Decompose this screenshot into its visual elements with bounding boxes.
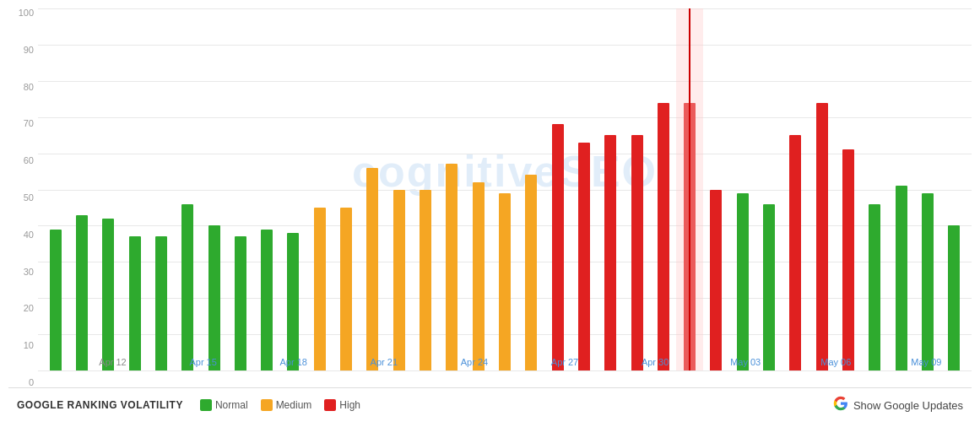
bar-green <box>181 204 193 370</box>
bar-red <box>578 143 590 370</box>
bar-group <box>42 8 68 370</box>
y-label-50: 50 <box>24 193 34 203</box>
bars-area <box>38 8 972 370</box>
bar-group <box>175 8 201 370</box>
bar-red <box>710 190 722 371</box>
bar-group <box>518 8 544 370</box>
legend-item-medium: Medium <box>261 399 312 411</box>
bar-red <box>789 135 801 370</box>
bar-group <box>306 8 333 370</box>
legend-item-normal: Normal <box>200 399 248 411</box>
bar-group <box>650 8 676 370</box>
y-label-100: 100 <box>19 8 34 18</box>
legend-label-medium: Medium <box>276 399 312 411</box>
bar-group <box>254 8 280 370</box>
bar-orange <box>340 208 352 370</box>
bar-green <box>261 230 273 370</box>
y-axis: 100 90 80 70 60 50 40 30 20 10 0 <box>8 8 38 387</box>
x-label-may-09: May 09 <box>881 357 972 367</box>
bar-group <box>598 8 624 370</box>
bar-green <box>737 193 749 370</box>
y-label-0: 0 <box>29 378 34 387</box>
bar-group <box>782 8 809 370</box>
legend-color-normal <box>200 399 212 411</box>
y-label-70: 70 <box>24 119 34 128</box>
bar-group <box>677 8 703 370</box>
x-label-apr-21: Apr 21 <box>338 357 429 367</box>
bar-green <box>922 193 934 370</box>
bar-orange <box>366 168 378 370</box>
legend-color-high <box>324 399 336 411</box>
bar-group <box>835 8 861 370</box>
bar-green <box>129 236 141 370</box>
legend: NormalMediumHigh <box>200 399 360 411</box>
highlight-line <box>689 8 690 370</box>
bar-group <box>360 8 386 370</box>
bar-green <box>235 236 246 370</box>
bar-group <box>465 8 491 370</box>
bar-group <box>227 8 253 370</box>
y-label-10: 10 <box>24 341 34 350</box>
bar-group <box>148 8 174 370</box>
bar-green <box>287 233 299 370</box>
x-label-apr-24: Apr 24 <box>429 357 519 367</box>
bar-group <box>862 8 888 370</box>
bar-green <box>948 225 960 370</box>
bar-group <box>68 8 95 370</box>
x-label-may-06: May 06 <box>791 357 881 367</box>
bar-green <box>155 236 167 370</box>
x-label-may-03: May 03 <box>701 357 791 367</box>
bar-orange <box>525 175 537 370</box>
bar-orange <box>473 182 485 370</box>
bar-group <box>386 8 412 370</box>
chart-inner: cognitiveSEO Apr 12Apr 15Apr 18Apr 21Apr… <box>38 8 972 370</box>
bar-red <box>842 149 854 370</box>
bar-red <box>552 124 564 370</box>
chart-title: GOOGLE RANKING VOLATILITY <box>17 399 183 411</box>
y-label-20: 20 <box>24 304 34 313</box>
show-google-updates-button[interactable]: Show Google Updates <box>833 396 963 414</box>
bar-orange <box>499 193 511 370</box>
bar-group <box>703 8 729 370</box>
bar-red <box>631 135 643 370</box>
legend-color-medium <box>261 399 273 411</box>
x-label-apr-30: Apr 30 <box>610 357 701 367</box>
bar-group <box>624 8 650 370</box>
bar-green <box>763 204 775 370</box>
bar-group <box>95 8 122 370</box>
bar-group <box>571 8 597 370</box>
legend-label-normal: Normal <box>215 399 248 411</box>
y-label-40: 40 <box>24 230 34 240</box>
x-axis: Apr 12Apr 15Apr 18Apr 21Apr 24Apr 27Apr … <box>68 354 972 370</box>
footer: GOOGLE RANKING VOLATILITY NormalMediumHi… <box>8 388 972 422</box>
bar-group <box>439 8 465 370</box>
x-label-apr-27: Apr 27 <box>519 357 609 367</box>
bar-red <box>604 135 616 370</box>
google-g-icon <box>833 396 848 414</box>
bar-green <box>869 204 880 370</box>
bar-group <box>755 8 782 370</box>
bar-green <box>102 219 114 370</box>
y-label-60: 60 <box>24 156 34 165</box>
footer-left: GOOGLE RANKING VOLATILITY NormalMediumHi… <box>17 399 360 411</box>
bar-green <box>50 230 62 370</box>
bar-green <box>76 215 88 370</box>
chart-area: 100 90 80 70 60 50 40 30 20 10 0 cogniti… <box>8 8 972 388</box>
bar-orange <box>314 208 326 370</box>
bar-group <box>491 8 517 370</box>
legend-item-high: High <box>324 399 360 411</box>
x-label-apr-12: Apr 12 <box>68 357 158 367</box>
x-label-apr-18: Apr 18 <box>248 357 338 367</box>
bar-group <box>914 8 940 370</box>
bar-group <box>809 8 835 370</box>
y-label-90: 90 <box>24 46 34 55</box>
bar-group <box>544 8 571 370</box>
bar-green <box>896 186 907 370</box>
x-labels: Apr 12Apr 15Apr 18Apr 21Apr 24Apr 27Apr … <box>68 357 972 367</box>
legend-label-high: High <box>339 399 360 411</box>
bar-group <box>941 8 967 370</box>
y-label-30: 30 <box>24 268 34 277</box>
bar-group <box>412 8 438 370</box>
bar-green <box>208 225 220 370</box>
bar-orange <box>420 190 431 371</box>
